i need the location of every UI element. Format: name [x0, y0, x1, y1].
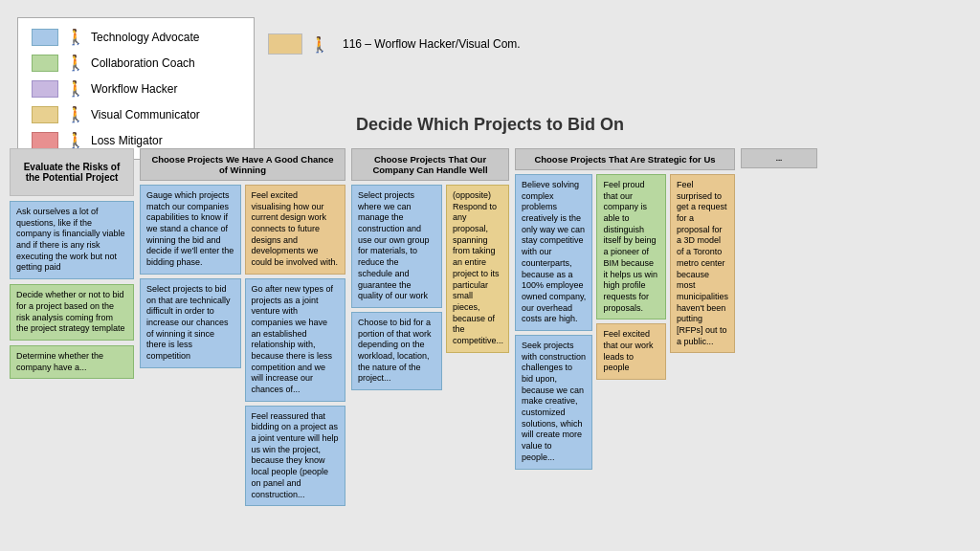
col-good-chance-header: Choose Projects We Have A Good Chance of…: [140, 148, 345, 181]
col-strategic-header: Choose Projects That Are Strategic for U…: [515, 148, 735, 170]
badge-color-swatch: [268, 33, 302, 55]
card-strategic-3: Feel proud that our company is able to d…: [596, 174, 666, 320]
strategic-col2: Feel proud that our company is able to d…: [596, 174, 666, 543]
card-goodchance-1: Gauge which projects match our companies…: [140, 185, 241, 275]
columns-area: Evaluate the Risks of the Potential Proj…: [10, 148, 970, 543]
handle-left: Select projects where we can manage the …: [351, 185, 442, 543]
card-handle-2: Choose to bid for a portion of that work…: [351, 312, 442, 390]
card-evaluate-1: Ask ourselves a lot of questions, like i…: [10, 201, 134, 279]
strategic-col1: Believe solving complex problems creativ…: [515, 174, 592, 543]
header-badge: 🚶 116 – Worflow Hacker/Visual Com.: [268, 33, 521, 55]
col-partial: ...: [741, 148, 817, 543]
col-handle: Choose Projects That Our Company Can Han…: [351, 148, 509, 543]
card-goodchance-2: Select projects to bid on that are techn…: [140, 278, 241, 368]
col-evaluate-header: Evaluate the Risks of the Potential Proj…: [10, 148, 134, 196]
col-evaluate: Evaluate the Risks of the Potential Proj…: [10, 148, 134, 543]
card-handle-1: Select projects where we can manage the …: [351, 185, 442, 308]
card-strategic-5: Feel surprised to get a request for a pr…: [670, 174, 735, 353]
card-strategic-1: Believe solving complex problems creativ…: [515, 174, 592, 331]
page-title: Decide Which Projects to Bid On: [0, 115, 980, 135]
legend-label-tech-advocate: Technology Advocate: [91, 31, 199, 44]
person-icon-tech: 🚶: [66, 28, 85, 46]
legend-item-collab-coach: 🚶 Collaboration Coach: [32, 54, 240, 72]
col-handle-inner: Select projects where we can manage the …: [351, 185, 509, 543]
badge-label: 116 – Worflow Hacker/Visual Com.: [343, 37, 521, 51]
strategic-col3: Feel surprised to get a request for a pr…: [670, 174, 735, 543]
col-strategic-inner: Believe solving complex problems creativ…: [515, 174, 735, 543]
good-chance-right: Feel excited visualising how our current…: [245, 185, 346, 543]
main-container: 🚶 Technology Advocate 🚶 Collaboration Co…: [0, 0, 980, 551]
card-strategic-2: Seek projects with construction challeng…: [515, 335, 592, 470]
legend-label-loss-mitigator: Loss Mitigator: [91, 134, 163, 147]
legend-label-collab-coach: Collaboration Coach: [91, 56, 195, 70]
person-icon-workflow: 🚶: [66, 79, 85, 98]
col-good-chance: Choose Projects We Have A Good Chance of…: [140, 148, 345, 543]
good-chance-left: Gauge which projects match our companies…: [140, 185, 241, 543]
card-goodchance-5: Feel reassured that bidding on a project…: [245, 406, 346, 507]
handle-right: (opposite) Respond to any proposal, span…: [446, 185, 509, 543]
legend-box: 🚶 Technology Advocate 🚶 Collaboration Co…: [17, 17, 255, 160]
legend-color-workflow-hacker: [32, 80, 58, 98]
col-partial-header: ...: [741, 148, 817, 168]
card-handle-3: (opposite) Respond to any proposal, span…: [446, 185, 509, 353]
card-goodchance-4: Go after new types of projects as a join…: [245, 278, 346, 402]
legend-item-workflow-hacker: 🚶 Workflow Hacker: [32, 79, 240, 98]
card-evaluate-2: Decide whether or not to bid for a proje…: [10, 284, 134, 341]
person-icon-badge: 🚶: [310, 35, 329, 54]
card-evaluate-3: Determine whether the company have a...: [10, 345, 134, 379]
card-goodchance-3: Feel excited visualising how our current…: [245, 185, 346, 275]
col-good-chance-inner: Gauge which projects match our companies…: [140, 185, 345, 543]
person-icon-collab: 🚶: [66, 54, 85, 72]
card-strategic-4: Feel excited that our work leads to peop…: [596, 323, 666, 380]
col-strategic: Choose Projects That Are Strategic for U…: [515, 148, 735, 543]
legend-label-workflow-hacker: Workflow Hacker: [91, 82, 177, 96]
col-handle-header: Choose Projects That Our Company Can Han…: [351, 148, 509, 181]
legend-color-tech-advocate: [32, 29, 58, 46]
legend-color-collab-coach: [32, 55, 58, 72]
legend-item-tech-advocate: 🚶 Technology Advocate: [32, 28, 240, 46]
